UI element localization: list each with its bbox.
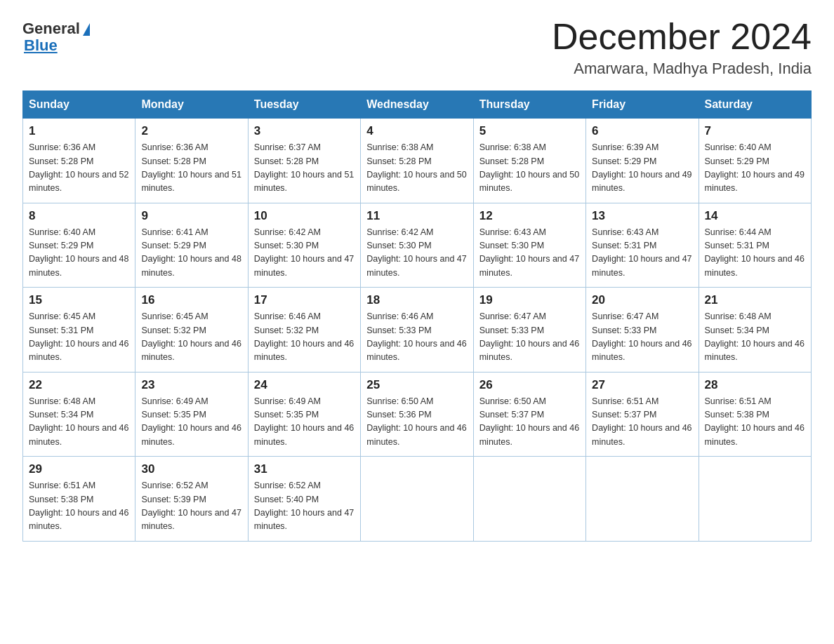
day-number: 21 [705, 293, 805, 307]
day-info: Sunrise: 6:47 AMSunset: 5:33 PMDaylight:… [592, 310, 692, 365]
day-number: 20 [592, 293, 692, 307]
calendar-cell: 21Sunrise: 6:48 AMSunset: 5:34 PMDayligh… [699, 288, 811, 373]
day-number: 19 [479, 293, 580, 307]
weekday-header-thursday: Thursday [473, 91, 585, 119]
calendar-cell: 12Sunrise: 6:43 AMSunset: 5:30 PMDayligh… [473, 203, 585, 288]
page-header: General Blue December 2024 Amarwara, Mad… [22, 17, 812, 78]
day-info: Sunrise: 6:45 AMSunset: 5:32 PMDaylight:… [141, 310, 241, 365]
calendar-cell: 24Sunrise: 6:49 AMSunset: 5:35 PMDayligh… [248, 372, 360, 457]
day-info: Sunrise: 6:38 AMSunset: 5:28 PMDaylight:… [479, 141, 580, 196]
calendar-cell [586, 457, 699, 542]
day-info: Sunrise: 6:39 AMSunset: 5:29 PMDaylight:… [592, 141, 692, 196]
weekday-header-tuesday: Tuesday [248, 91, 360, 119]
calendar-cell: 19Sunrise: 6:47 AMSunset: 5:33 PMDayligh… [473, 288, 585, 373]
calendar-cell: 2Sunrise: 6:36 AMSunset: 5:28 PMDaylight… [135, 119, 248, 203]
title-block: December 2024 Amarwara, Madhya Pradesh, … [552, 17, 812, 78]
day-number: 28 [705, 378, 805, 392]
day-number: 4 [366, 124, 467, 138]
day-info: Sunrise: 6:37 AMSunset: 5:28 PMDaylight:… [254, 141, 355, 196]
calendar-cell: 16Sunrise: 6:45 AMSunset: 5:32 PMDayligh… [135, 288, 248, 373]
day-number: 31 [254, 462, 355, 476]
calendar-cell: 11Sunrise: 6:42 AMSunset: 5:30 PMDayligh… [361, 203, 473, 288]
logo-blue-label: Blue [24, 36, 58, 55]
calendar-week-3: 15Sunrise: 6:45 AMSunset: 5:31 PMDayligh… [23, 288, 812, 373]
calendar-cell: 25Sunrise: 6:50 AMSunset: 5:36 PMDayligh… [361, 372, 473, 457]
day-info: Sunrise: 6:52 AMSunset: 5:39 PMDaylight:… [141, 479, 241, 534]
day-number: 2 [141, 124, 241, 138]
day-info: Sunrise: 6:49 AMSunset: 5:35 PMDaylight:… [141, 395, 241, 450]
calendar-cell: 20Sunrise: 6:47 AMSunset: 5:33 PMDayligh… [586, 288, 699, 373]
weekday-header-friday: Friday [586, 91, 699, 119]
day-info: Sunrise: 6:50 AMSunset: 5:37 PMDaylight:… [479, 395, 580, 450]
day-info: Sunrise: 6:36 AMSunset: 5:28 PMDaylight:… [141, 141, 241, 196]
calendar-cell: 8Sunrise: 6:40 AMSunset: 5:29 PMDaylight… [23, 203, 135, 288]
weekday-header-monday: Monday [135, 91, 248, 119]
day-number: 1 [29, 124, 129, 138]
day-number: 30 [141, 462, 241, 476]
day-number: 17 [254, 293, 355, 307]
weekday-header-sunday: Sunday [23, 91, 135, 119]
day-info: Sunrise: 6:51 AMSunset: 5:37 PMDaylight:… [592, 395, 692, 450]
day-number: 14 [705, 209, 805, 223]
day-info: Sunrise: 6:40 AMSunset: 5:29 PMDaylight:… [705, 141, 805, 196]
calendar-cell [473, 457, 585, 542]
day-number: 9 [141, 209, 241, 223]
day-info: Sunrise: 6:51 AMSunset: 5:38 PMDaylight:… [29, 479, 129, 534]
calendar-cell [361, 457, 473, 542]
calendar-cell: 10Sunrise: 6:42 AMSunset: 5:30 PMDayligh… [248, 203, 360, 288]
day-number: 10 [254, 209, 355, 223]
calendar-cell: 4Sunrise: 6:38 AMSunset: 5:28 PMDaylight… [361, 119, 473, 203]
day-number: 15 [29, 293, 129, 307]
day-number: 16 [141, 293, 241, 307]
calendar-cell: 22Sunrise: 6:48 AMSunset: 5:34 PMDayligh… [23, 372, 135, 457]
day-info: Sunrise: 6:46 AMSunset: 5:33 PMDaylight:… [366, 310, 467, 365]
day-info: Sunrise: 6:42 AMSunset: 5:30 PMDaylight:… [366, 226, 467, 281]
calendar-week-4: 22Sunrise: 6:48 AMSunset: 5:34 PMDayligh… [23, 372, 812, 457]
day-info: Sunrise: 6:49 AMSunset: 5:35 PMDaylight:… [254, 395, 355, 450]
day-info: Sunrise: 6:41 AMSunset: 5:29 PMDaylight:… [141, 226, 241, 281]
day-number: 6 [592, 124, 692, 138]
calendar-cell: 26Sunrise: 6:50 AMSunset: 5:37 PMDayligh… [473, 372, 585, 457]
weekday-header-wednesday: Wednesday [361, 91, 473, 119]
day-number: 27 [592, 378, 692, 392]
day-info: Sunrise: 6:44 AMSunset: 5:31 PMDaylight:… [705, 226, 805, 281]
calendar-cell: 30Sunrise: 6:52 AMSunset: 5:39 PMDayligh… [135, 457, 248, 542]
logo: General Blue [22, 20, 90, 55]
calendar-week-1: 1Sunrise: 6:36 AMSunset: 5:28 PMDaylight… [23, 119, 812, 203]
calendar-week-5: 29Sunrise: 6:51 AMSunset: 5:38 PMDayligh… [23, 457, 812, 542]
calendar-cell: 28Sunrise: 6:51 AMSunset: 5:38 PMDayligh… [699, 372, 811, 457]
day-info: Sunrise: 6:52 AMSunset: 5:40 PMDaylight:… [254, 479, 355, 534]
day-number: 8 [29, 209, 129, 223]
calendar-cell: 5Sunrise: 6:38 AMSunset: 5:28 PMDaylight… [473, 119, 585, 203]
logo-triangle [83, 23, 90, 36]
day-number: 7 [705, 124, 805, 138]
day-info: Sunrise: 6:51 AMSunset: 5:38 PMDaylight:… [705, 395, 805, 450]
day-number: 3 [254, 124, 355, 138]
day-info: Sunrise: 6:48 AMSunset: 5:34 PMDaylight:… [705, 310, 805, 365]
day-number: 29 [29, 462, 129, 476]
day-number: 13 [592, 209, 692, 223]
calendar-cell: 17Sunrise: 6:46 AMSunset: 5:32 PMDayligh… [248, 288, 360, 373]
calendar-cell: 14Sunrise: 6:44 AMSunset: 5:31 PMDayligh… [699, 203, 811, 288]
day-info: Sunrise: 6:47 AMSunset: 5:33 PMDaylight:… [479, 310, 580, 365]
calendar-table: SundayMondayTuesdayWednesdayThursdayFrid… [22, 90, 812, 542]
calendar-cell: 23Sunrise: 6:49 AMSunset: 5:35 PMDayligh… [135, 372, 248, 457]
day-number: 11 [366, 209, 467, 223]
calendar-cell [699, 457, 811, 542]
logo-general: General [22, 20, 80, 38]
calendar-cell: 27Sunrise: 6:51 AMSunset: 5:37 PMDayligh… [586, 372, 699, 457]
calendar-cell: 31Sunrise: 6:52 AMSunset: 5:40 PMDayligh… [248, 457, 360, 542]
day-info: Sunrise: 6:42 AMSunset: 5:30 PMDaylight:… [254, 226, 355, 281]
calendar-cell: 15Sunrise: 6:45 AMSunset: 5:31 PMDayligh… [23, 288, 135, 373]
day-info: Sunrise: 6:40 AMSunset: 5:29 PMDaylight:… [29, 226, 129, 281]
day-info: Sunrise: 6:50 AMSunset: 5:36 PMDaylight:… [366, 395, 467, 450]
day-info: Sunrise: 6:48 AMSunset: 5:34 PMDaylight:… [29, 395, 129, 450]
day-info: Sunrise: 6:36 AMSunset: 5:28 PMDaylight:… [29, 141, 129, 196]
calendar-cell: 3Sunrise: 6:37 AMSunset: 5:28 PMDaylight… [248, 119, 360, 203]
day-number: 22 [29, 378, 129, 392]
calendar-cell: 9Sunrise: 6:41 AMSunset: 5:29 PMDaylight… [135, 203, 248, 288]
location-title: Amarwara, Madhya Pradesh, India [552, 60, 812, 78]
weekday-header-row: SundayMondayTuesdayWednesdayThursdayFrid… [23, 91, 812, 119]
day-number: 26 [479, 378, 580, 392]
day-info: Sunrise: 6:43 AMSunset: 5:30 PMDaylight:… [479, 226, 580, 281]
